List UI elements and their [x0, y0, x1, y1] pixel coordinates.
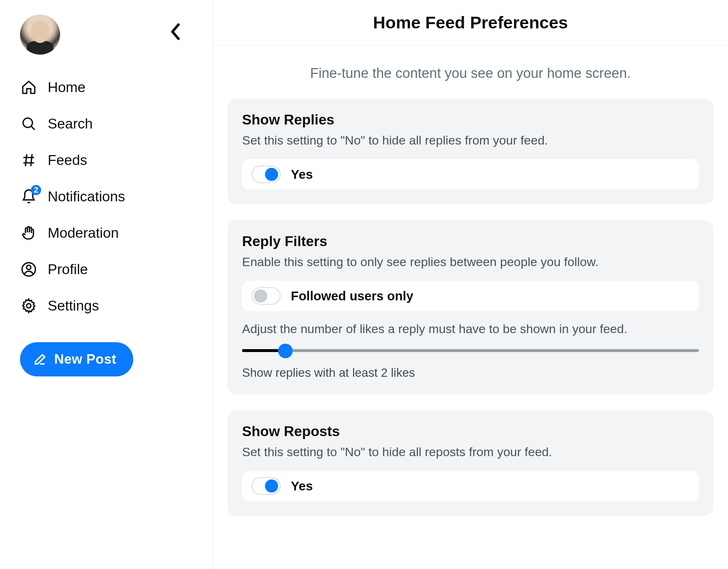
toggle-knob [265, 479, 278, 493]
slider-caption: Show replies with at least 2 likes [242, 366, 699, 380]
gear-icon [20, 297, 37, 315]
slider-track [242, 349, 699, 352]
user-circle-icon [20, 261, 37, 278]
slider-thumb[interactable] [278, 344, 293, 358]
toggle-knob [265, 168, 278, 181]
panel-title: Show Reposts [242, 423, 699, 439]
toggle-label: Followed users only [291, 289, 413, 303]
toggle-label: Yes [291, 167, 313, 182]
chevron-left-icon [169, 23, 182, 41]
panel-description: Enable this setting to only see replies … [242, 254, 699, 270]
sidebar-item-label: Notifications [48, 189, 125, 205]
panel-show-replies: Show Replies Set this setting to "No" to… [228, 99, 713, 204]
sidebar-item-label: Settings [48, 298, 99, 314]
back-button[interactable] [169, 23, 182, 42]
sidebar-item-label: Moderation [48, 225, 119, 241]
sidebar-item-label: Feeds [48, 152, 87, 168]
likes-threshold-slider-wrap: Show replies with at least 2 likes [242, 345, 699, 380]
main-content: Home Feed Preferences Fine-tune the cont… [213, 0, 728, 569]
hand-icon [20, 224, 37, 242]
toggle-knob [254, 289, 267, 303]
notifications-badge: 2 [31, 185, 41, 195]
slider-description: Adjust the number of likes a reply must … [242, 321, 699, 337]
panel-reply-filters: Reply Filters Enable this setting to onl… [228, 220, 713, 394]
show-reposts-toggle[interactable] [252, 477, 281, 495]
page-title: Home Feed Preferences [213, 0, 728, 46]
show-replies-toggle-row[interactable]: Yes [242, 159, 699, 190]
sidebar-item-moderation[interactable]: Moderation [20, 215, 202, 251]
avatar[interactable] [20, 15, 60, 55]
sidebar-item-label: Search [48, 116, 93, 132]
sidebar-nav: Home Search Feeds 2 Notifications [20, 69, 202, 324]
reply-filters-toggle[interactable] [252, 287, 281, 305]
sidebar-item-feeds[interactable]: Feeds [20, 142, 202, 178]
svg-point-9 [27, 304, 31, 308]
compose-icon [33, 352, 47, 366]
new-post-button[interactable]: New Post [20, 342, 133, 376]
sidebar-item-notifications[interactable]: 2 Notifications [20, 178, 202, 215]
toggle-label: Yes [291, 479, 313, 493]
sidebar-item-search[interactable]: Search [20, 106, 202, 142]
search-icon [20, 115, 37, 133]
reply-filters-toggle-row[interactable]: Followed users only [242, 281, 699, 311]
panel-description: Set this setting to "No" to hide all rep… [242, 444, 699, 461]
home-icon [20, 79, 37, 96]
sidebar-item-label: Profile [48, 261, 88, 277]
show-reposts-toggle-row[interactable]: Yes [242, 471, 699, 501]
sidebar-item-settings[interactable]: Settings [20, 288, 202, 324]
likes-threshold-slider[interactable] [242, 345, 699, 356]
settings-panels: Show Replies Set this setting to "No" to… [213, 99, 728, 532]
sidebar-item-home[interactable]: Home [20, 69, 202, 106]
show-replies-toggle[interactable] [252, 166, 281, 183]
svg-point-0 [23, 118, 32, 127]
svg-line-4 [25, 154, 27, 166]
svg-point-8 [27, 265, 31, 270]
panel-title: Show Replies [242, 112, 699, 128]
panel-show-reposts: Show Reposts Set this setting to "No" to… [228, 410, 713, 516]
svg-line-1 [31, 126, 35, 130]
panel-title: Reply Filters [242, 233, 699, 249]
sidebar-item-profile[interactable]: Profile [20, 251, 202, 288]
panel-description: Set this setting to "No" to hide all rep… [242, 132, 699, 149]
new-post-label: New Post [54, 352, 116, 367]
hash-icon [20, 151, 37, 169]
page-subtitle: Fine-tune the content you see on your ho… [213, 46, 728, 99]
sidebar-item-label: Home [48, 79, 86, 95]
app-root: Home Search Feeds 2 Notifications [0, 0, 728, 569]
sidebar: Home Search Feeds 2 Notifications [0, 0, 213, 569]
svg-line-5 [31, 154, 32, 166]
